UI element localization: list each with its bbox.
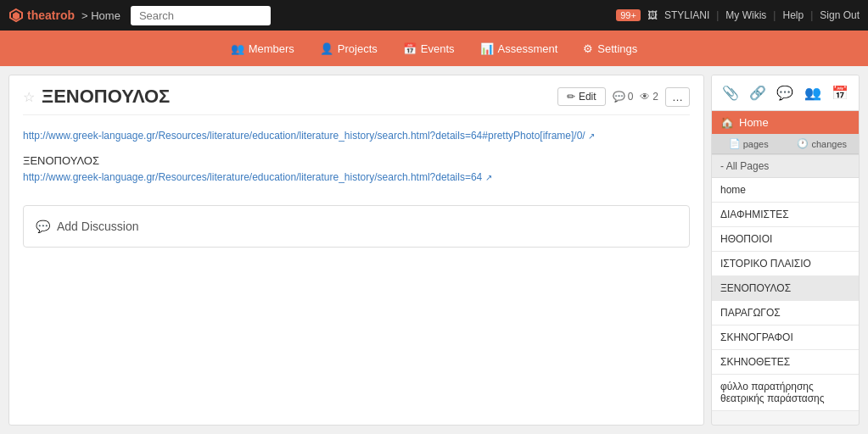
logo-area: theatrob (8, 8, 75, 23)
sidebar-page-istoriko[interactable]: ΙΣΤΟΡΙΚΟ ΠΛΑΙΣΙΟ (712, 252, 859, 276)
page-content: http://www.greek-language.gr/Resources/l… (23, 124, 690, 188)
add-discussion-label: Add Discussion (57, 220, 139, 233)
sidebar-calendar-icon[interactable]: 📅 (827, 82, 853, 103)
sidebar-pages-link[interactable]: 📄 pages (712, 134, 786, 153)
sidebar-page-skenografoi[interactable]: ΣΚΗΝΟΓΡΑΦΟΙ (712, 326, 859, 350)
projects-label: Projects (338, 42, 378, 55)
events-icon: 📅 (403, 42, 417, 55)
view-count-value: 2 (652, 91, 658, 103)
external-link-icon2: ↗ (485, 173, 492, 182)
sidebar-page-paragogos[interactable]: ΠΑΡΑΓΩΓΟΣ (712, 301, 859, 326)
settings-icon: ⚙ (583, 42, 593, 55)
secondary-navigation: 👥 Members 👤 Projects 📅 Events 📊 Assessme… (0, 31, 868, 66)
top-nav-right: 99+ 🖼 STYLIANI | My Wikis | Help | Sign … (616, 9, 860, 21)
logo-text: theatrob (27, 8, 75, 22)
page-header: ☆ ΞΕΝΟΠΟΥΛΟΣ ✏ Edit 💬 0 👁 2 … (23, 86, 690, 115)
content-area: ☆ ΞΕΝΟΠΟΥΛΟΣ ✏ Edit 💬 0 👁 2 … (8, 75, 704, 426)
sidebar-comment-icon[interactable]: 💬 (772, 82, 798, 103)
sidebar-pages-label: pages (743, 139, 769, 149)
nav-events[interactable]: 📅 Events (403, 42, 455, 55)
assessment-label: Assessment (498, 42, 558, 55)
search-input[interactable] (131, 6, 271, 25)
help-link[interactable]: Help (782, 9, 804, 21)
nav-members[interactable]: 👥 Members (231, 42, 294, 55)
top-navigation: theatrob > Home 99+ 🖼 STYLIANI | My Wiki… (0, 0, 868, 31)
content-title-text: ΞΕΝΟΠΟΥΛΟΣ (23, 154, 690, 167)
discussion-icon: 💬 (36, 220, 50, 233)
changes-icon: 🕐 (797, 138, 809, 149)
nav-assessment[interactable]: 📊 Assessment (480, 42, 558, 55)
sidebar-changes-label: changes (811, 139, 847, 149)
divider3: | (810, 9, 813, 21)
my-wikis-link[interactable]: My Wikis (725, 9, 766, 21)
add-discussion-section[interactable]: 💬 Add Discussion (23, 205, 690, 248)
eye-icon: 👁 (640, 91, 650, 103)
members-label: Members (249, 42, 294, 55)
sidebar-home-label: Home (739, 116, 769, 129)
nav-projects[interactable]: 👤 Projects (320, 42, 378, 55)
page-title: ΞΕΝΟΠΟΥΛΟΣ (42, 86, 170, 108)
content-link1-container: http://www.greek-language.gr/Resources/l… (23, 129, 690, 142)
comment-count: 💬 0 (613, 91, 634, 103)
sidebar-home-sub: 📄 pages 🕐 changes (712, 134, 859, 154)
content-link2[interactable]: http://www.greek-language.gr/Resources/l… (23, 171, 482, 183)
sidebar-changes-link[interactable]: 🕐 changes (786, 134, 860, 153)
sidebar-page-skenothetes[interactable]: ΣΚΗΝΟΘΕΤΕΣ (712, 350, 859, 375)
sidebar-home-button[interactable]: 🏠 Home (712, 111, 859, 134)
sidebar-page-home[interactable]: home (712, 178, 859, 203)
username-link[interactable]: STYLIANI (664, 9, 709, 21)
pages-icon: 📄 (729, 138, 741, 149)
external-link-icon1: ↗ (588, 131, 595, 141)
divider2: | (773, 9, 776, 21)
sign-out-link[interactable]: Sign Out (820, 9, 860, 21)
divider: | (716, 9, 719, 21)
page-title-area: ☆ ΞΕΝΟΠΟΥΛΟΣ (23, 86, 170, 108)
sidebar-page-fyllo[interactable]: φύλλο παρατήρησης θεατρικής παράστασης (712, 375, 859, 411)
sidebar-attachment-icon[interactable]: 📎 (718, 82, 743, 103)
main-layout: ☆ ΞΕΝΟΠΟΥΛΟΣ ✏ Edit 💬 0 👁 2 … (0, 66, 868, 434)
sidebar: 📎 🔗 💬 👥 📅 🏠 Home 📄 pages 🕐 changes - All… (711, 75, 860, 426)
content-subtitle: ΞΕΝΟΠΟΥΛΟΣ http://www.greek-language.gr/… (23, 154, 690, 183)
page-actions: ✏ Edit 💬 0 👁 2 … (557, 87, 690, 107)
sidebar-page-diafimistes[interactable]: ΔΙΑΦΗΜΙΣΤΕΣ (712, 203, 859, 227)
settings-label: Settings (597, 42, 637, 55)
edit-label: Edit (579, 91, 596, 103)
all-pages-header: - All Pages (712, 154, 859, 178)
events-label: Events (421, 42, 455, 55)
sidebar-page-ithopioi[interactable]: ΗΘΟΠΟΙΟΙ (712, 227, 859, 252)
content-link1[interactable]: http://www.greek-language.gr/Resources/l… (23, 130, 585, 142)
more-options-button[interactable]: … (665, 87, 690, 107)
view-count: 👁 2 (640, 91, 658, 103)
comment-icon: 💬 (613, 91, 625, 103)
assessment-icon: 📊 (480, 42, 494, 55)
comment-count-value: 0 (628, 91, 634, 103)
projects-icon: 👤 (320, 42, 333, 55)
user-avatar-icon: 🖼 (647, 9, 658, 21)
edit-button[interactable]: ✏ Edit (557, 87, 606, 106)
nav-settings[interactable]: ⚙ Settings (583, 42, 637, 55)
sidebar-members-icon[interactable]: 👥 (800, 82, 826, 103)
members-icon: 👥 (231, 42, 244, 55)
svg-marker-1 (13, 12, 20, 20)
breadcrumb: > Home (81, 9, 120, 22)
sidebar-icon-bar: 📎 🔗 💬 👥 📅 (712, 75, 859, 111)
sidebar-link-icon[interactable]: 🔗 (745, 82, 770, 103)
favorite-star-icon[interactable]: ☆ (23, 89, 35, 105)
sidebar-page-xenopoulos[interactable]: ΞΕΝΟΠΟΥΛΟΣ (712, 276, 859, 301)
pencil-icon: ✏ (567, 91, 575, 103)
home-icon: 🏠 (720, 116, 734, 129)
notification-badge[interactable]: 99+ (616, 9, 641, 21)
logo-icon (8, 8, 24, 23)
